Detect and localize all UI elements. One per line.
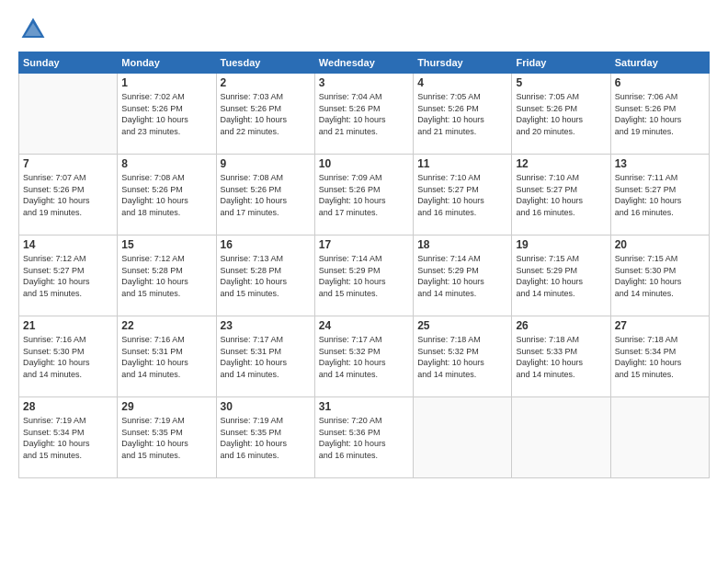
weekday-header-tuesday: Tuesday xyxy=(216,52,314,74)
day-info: Sunrise: 7:18 AM Sunset: 5:33 PM Dayligh… xyxy=(516,334,606,380)
day-number: 9 xyxy=(221,157,311,170)
day-number: 3 xyxy=(319,76,409,89)
day-info: Sunrise: 7:08 AM Sunset: 5:26 PM Dayligh… xyxy=(121,172,211,218)
weekday-header-thursday: Thursday xyxy=(414,52,512,74)
day-info: Sunrise: 7:10 AM Sunset: 5:27 PM Dayligh… xyxy=(417,172,507,218)
weekday-header-sunday: Sunday xyxy=(19,52,118,74)
day-info: Sunrise: 7:18 AM Sunset: 5:34 PM Dayligh… xyxy=(615,334,705,380)
day-number: 19 xyxy=(516,238,606,251)
day-number: 13 xyxy=(615,157,705,170)
day-cell: 20Sunrise: 7:15 AM Sunset: 5:30 PM Dayli… xyxy=(610,236,709,316)
logo xyxy=(18,15,51,44)
day-number: 4 xyxy=(417,76,507,89)
week-row-3: 14Sunrise: 7:12 AM Sunset: 5:27 PM Dayli… xyxy=(19,236,710,316)
day-info: Sunrise: 7:05 AM Sunset: 5:26 PM Dayligh… xyxy=(516,91,606,137)
day-cell: 19Sunrise: 7:15 AM Sunset: 5:29 PM Dayli… xyxy=(512,236,610,316)
day-cell: 13Sunrise: 7:11 AM Sunset: 5:27 PM Dayli… xyxy=(610,155,709,236)
day-cell xyxy=(19,74,118,155)
day-info: Sunrise: 7:10 AM Sunset: 5:27 PM Dayligh… xyxy=(516,172,606,218)
day-info: Sunrise: 7:14 AM Sunset: 5:29 PM Dayligh… xyxy=(319,253,409,299)
day-cell: 22Sunrise: 7:16 AM Sunset: 5:31 PM Dayli… xyxy=(118,316,216,397)
day-number: 1 xyxy=(121,76,211,89)
day-info: Sunrise: 7:18 AM Sunset: 5:32 PM Dayligh… xyxy=(417,334,507,380)
day-info: Sunrise: 7:19 AM Sunset: 5:34 PM Dayligh… xyxy=(23,415,113,461)
day-cell: 14Sunrise: 7:12 AM Sunset: 5:27 PM Dayli… xyxy=(19,236,118,316)
day-cell: 30Sunrise: 7:19 AM Sunset: 5:35 PM Dayli… xyxy=(216,397,314,478)
calendar: SundayMondayTuesdayWednesdayThursdayFrid… xyxy=(18,52,710,478)
day-number: 2 xyxy=(221,76,311,89)
day-number: 7 xyxy=(23,157,113,170)
day-cell: 12Sunrise: 7:10 AM Sunset: 5:27 PM Dayli… xyxy=(512,155,610,236)
day-number: 6 xyxy=(615,76,705,89)
day-cell: 1Sunrise: 7:02 AM Sunset: 5:26 PM Daylig… xyxy=(118,74,216,155)
weekday-header-friday: Friday xyxy=(512,52,610,74)
day-number: 23 xyxy=(221,319,311,332)
day-number: 31 xyxy=(319,400,409,413)
day-cell: 10Sunrise: 7:09 AM Sunset: 5:26 PM Dayli… xyxy=(314,155,413,236)
day-cell xyxy=(610,397,709,478)
day-cell xyxy=(512,397,610,478)
logo-icon xyxy=(18,15,48,44)
day-number: 21 xyxy=(23,319,113,332)
day-info: Sunrise: 7:14 AM Sunset: 5:29 PM Dayligh… xyxy=(417,253,507,299)
weekday-header-row: SundayMondayTuesdayWednesdayThursdayFrid… xyxy=(19,52,710,74)
day-cell: 7Sunrise: 7:07 AM Sunset: 5:26 PM Daylig… xyxy=(19,155,118,236)
day-cell: 2Sunrise: 7:03 AM Sunset: 5:26 PM Daylig… xyxy=(216,74,314,155)
week-row-4: 21Sunrise: 7:16 AM Sunset: 5:30 PM Dayli… xyxy=(19,316,710,397)
day-info: Sunrise: 7:04 AM Sunset: 5:26 PM Dayligh… xyxy=(319,91,409,137)
day-number: 29 xyxy=(121,400,211,413)
day-cell: 11Sunrise: 7:10 AM Sunset: 5:27 PM Dayli… xyxy=(414,155,512,236)
day-number: 25 xyxy=(417,319,507,332)
day-number: 15 xyxy=(121,238,211,251)
day-cell: 17Sunrise: 7:14 AM Sunset: 5:29 PM Dayli… xyxy=(314,236,413,316)
page: SundayMondayTuesdayWednesdayThursdayFrid… xyxy=(0,0,728,563)
day-info: Sunrise: 7:13 AM Sunset: 5:28 PM Dayligh… xyxy=(221,253,311,299)
day-cell: 31Sunrise: 7:20 AM Sunset: 5:36 PM Dayli… xyxy=(314,397,413,478)
day-cell: 25Sunrise: 7:18 AM Sunset: 5:32 PM Dayli… xyxy=(414,316,512,397)
day-cell: 26Sunrise: 7:18 AM Sunset: 5:33 PM Dayli… xyxy=(512,316,610,397)
header xyxy=(18,15,710,44)
day-cell: 15Sunrise: 7:12 AM Sunset: 5:28 PM Dayli… xyxy=(118,236,216,316)
weekday-header-saturday: Saturday xyxy=(610,52,709,74)
weekday-header-monday: Monday xyxy=(118,52,216,74)
day-number: 5 xyxy=(516,76,606,89)
day-info: Sunrise: 7:19 AM Sunset: 5:35 PM Dayligh… xyxy=(221,415,311,461)
day-number: 22 xyxy=(121,319,211,332)
day-cell: 29Sunrise: 7:19 AM Sunset: 5:35 PM Dayli… xyxy=(118,397,216,478)
day-number: 27 xyxy=(615,319,705,332)
day-info: Sunrise: 7:05 AM Sunset: 5:26 PM Dayligh… xyxy=(417,91,507,137)
day-number: 20 xyxy=(615,238,705,251)
day-number: 24 xyxy=(319,319,409,332)
day-number: 17 xyxy=(319,238,409,251)
day-number: 11 xyxy=(417,157,507,170)
day-info: Sunrise: 7:11 AM Sunset: 5:27 PM Dayligh… xyxy=(615,172,705,218)
weekday-header-wednesday: Wednesday xyxy=(314,52,413,74)
day-cell: 3Sunrise: 7:04 AM Sunset: 5:26 PM Daylig… xyxy=(314,74,413,155)
day-cell: 6Sunrise: 7:06 AM Sunset: 5:26 PM Daylig… xyxy=(610,74,709,155)
day-info: Sunrise: 7:09 AM Sunset: 5:26 PM Dayligh… xyxy=(319,172,409,218)
day-number: 26 xyxy=(516,319,606,332)
day-number: 16 xyxy=(221,238,311,251)
day-info: Sunrise: 7:12 AM Sunset: 5:28 PM Dayligh… xyxy=(121,253,211,299)
day-info: Sunrise: 7:06 AM Sunset: 5:26 PM Dayligh… xyxy=(615,91,705,137)
day-info: Sunrise: 7:08 AM Sunset: 5:26 PM Dayligh… xyxy=(221,172,311,218)
day-cell xyxy=(414,397,512,478)
day-number: 10 xyxy=(319,157,409,170)
day-info: Sunrise: 7:19 AM Sunset: 5:35 PM Dayligh… xyxy=(121,415,211,461)
day-number: 30 xyxy=(221,400,311,413)
day-info: Sunrise: 7:03 AM Sunset: 5:26 PM Dayligh… xyxy=(221,91,311,137)
day-info: Sunrise: 7:17 AM Sunset: 5:32 PM Dayligh… xyxy=(319,334,409,380)
day-info: Sunrise: 7:16 AM Sunset: 5:31 PM Dayligh… xyxy=(121,334,211,380)
day-cell: 24Sunrise: 7:17 AM Sunset: 5:32 PM Dayli… xyxy=(314,316,413,397)
day-cell: 23Sunrise: 7:17 AM Sunset: 5:31 PM Dayli… xyxy=(216,316,314,397)
day-cell: 9Sunrise: 7:08 AM Sunset: 5:26 PM Daylig… xyxy=(216,155,314,236)
day-info: Sunrise: 7:15 AM Sunset: 5:30 PM Dayligh… xyxy=(615,253,705,299)
day-info: Sunrise: 7:02 AM Sunset: 5:26 PM Dayligh… xyxy=(121,91,211,137)
day-info: Sunrise: 7:15 AM Sunset: 5:29 PM Dayligh… xyxy=(516,253,606,299)
day-number: 8 xyxy=(121,157,211,170)
day-cell: 21Sunrise: 7:16 AM Sunset: 5:30 PM Dayli… xyxy=(19,316,118,397)
day-number: 18 xyxy=(417,238,507,251)
day-info: Sunrise: 7:20 AM Sunset: 5:36 PM Dayligh… xyxy=(319,415,409,461)
day-cell: 18Sunrise: 7:14 AM Sunset: 5:29 PM Dayli… xyxy=(414,236,512,316)
day-cell: 27Sunrise: 7:18 AM Sunset: 5:34 PM Dayli… xyxy=(610,316,709,397)
